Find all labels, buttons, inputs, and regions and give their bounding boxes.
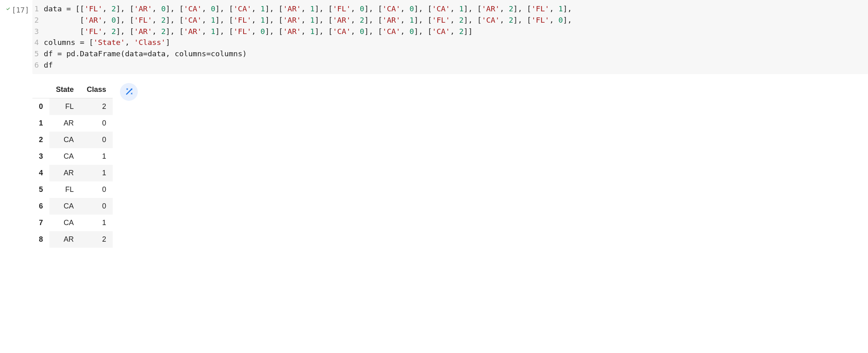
row-index: 5 — [32, 181, 49, 198]
line-number: 6 — [32, 60, 44, 71]
table-row: 7CA1 — [32, 215, 113, 231]
cell-output: State Class 0FL21AR02CA03CA14AR15FL06CA0… — [32, 74, 868, 248]
cell-state: CA — [49, 215, 80, 231]
table-row: 2CA0 — [32, 132, 113, 148]
cell-class: 0 — [80, 181, 113, 198]
execution-prompt[interactable]: [17] — [0, 0, 32, 248]
code-line[interactable]: data = [['FL', 2], ['AR', 0], ['CA', 0],… — [44, 3, 863, 15]
code-line[interactable]: df = pd.DataFrame(data=data, columns=col… — [44, 48, 863, 60]
row-index: 2 — [32, 132, 49, 148]
code-line[interactable]: ['AR', 0], ['FL', 2], ['CA', 1], ['FL', … — [44, 15, 863, 26]
code-line[interactable]: df — [44, 60, 863, 71]
row-index: 3 — [32, 148, 49, 165]
row-index: 8 — [32, 231, 49, 248]
column-header-state[interactable]: State — [49, 81, 80, 98]
cell-class: 1 — [80, 148, 113, 165]
cell-state: FL — [49, 98, 80, 115]
table-row: 0FL2 — [32, 98, 113, 115]
check-icon — [6, 5, 10, 13]
cell-state: FL — [49, 181, 80, 198]
line-number: 2 — [32, 15, 44, 26]
cell-class: 0 — [80, 198, 113, 215]
cell-class: 1 — [80, 165, 113, 181]
line-number: 4 — [32, 37, 44, 48]
cell-state: AR — [49, 165, 80, 181]
index-header — [32, 81, 49, 98]
cell-class: 0 — [80, 115, 113, 132]
table-row: 8AR2 — [32, 231, 113, 248]
column-header-class[interactable]: Class — [80, 81, 113, 98]
line-number: 5 — [32, 48, 44, 60]
table-row: 1AR0 — [32, 115, 113, 132]
row-index: 4 — [32, 165, 49, 181]
cell-state: CA — [49, 148, 80, 165]
execution-count: [17] — [12, 6, 29, 14]
magic-wand-icon — [124, 87, 133, 96]
row-index: 0 — [32, 98, 49, 115]
code-line[interactable]: ['FL', 2], ['AR', 2], ['AR', 1], ['FL', … — [44, 26, 863, 37]
code-input[interactable]: 1data = [['FL', 2], ['AR', 0], ['CA', 0]… — [32, 0, 868, 74]
cell-state: AR — [49, 231, 80, 248]
cell-class: 0 — [80, 132, 113, 148]
cell-state: AR — [49, 115, 80, 132]
table-row: 3CA1 — [32, 148, 113, 165]
cell-class: 1 — [80, 215, 113, 231]
cell-state: CA — [49, 132, 80, 148]
line-number: 1 — [32, 3, 44, 15]
row-index: 6 — [32, 198, 49, 215]
row-index: 1 — [32, 115, 49, 132]
row-index: 7 — [32, 215, 49, 231]
svg-point-0 — [131, 89, 132, 89]
code-line[interactable]: columns = ['State', 'Class'] — [44, 37, 863, 48]
table-row: 4AR1 — [32, 165, 113, 181]
suggest-charts-button[interactable] — [120, 83, 138, 101]
table-row: 5FL0 — [32, 181, 113, 198]
cell-class: 2 — [80, 98, 113, 115]
cell-state: CA — [49, 198, 80, 215]
dataframe-table: State Class 0FL21AR02CA03CA14AR15FL06CA0… — [32, 81, 113, 248]
notebook-cell: [17] 1data = [['FL', 2], ['AR', 0], ['CA… — [0, 0, 868, 248]
cell-class: 2 — [80, 231, 113, 248]
line-number: 3 — [32, 26, 44, 37]
table-row: 6CA0 — [32, 198, 113, 215]
